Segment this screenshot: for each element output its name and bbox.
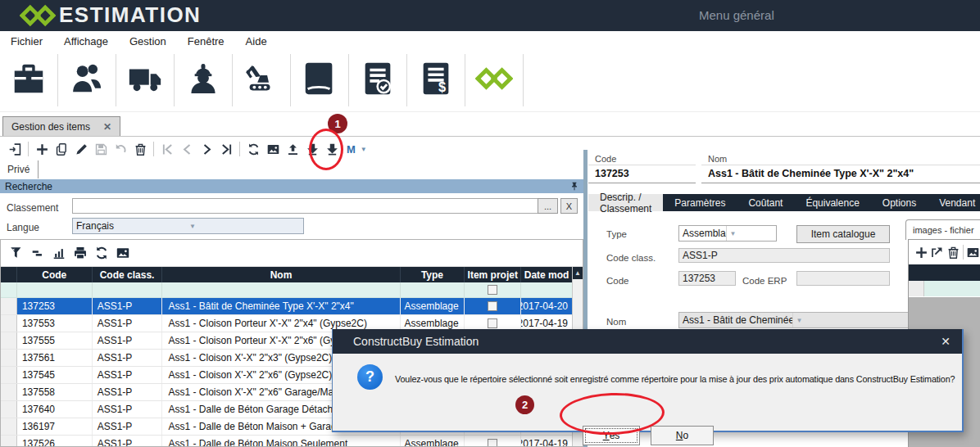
toolbar-separator xyxy=(239,142,240,156)
menu-item-affichage[interactable]: Affichage xyxy=(53,31,119,52)
column-header-nom[interactable]: Nom xyxy=(162,267,400,282)
refresh-icon[interactable] xyxy=(243,140,263,158)
window-title: Menu général xyxy=(699,8,774,22)
type-select[interactable]: Assemblage ▼ xyxy=(678,225,777,242)
constructbuy-logo-icon xyxy=(20,3,56,31)
item-projet-checkbox[interactable] xyxy=(488,439,497,446)
code-input[interactable]: 137253 xyxy=(678,271,736,286)
cell: ASS1-P xyxy=(93,350,163,366)
column-header-type[interactable]: Type xyxy=(401,267,465,282)
detail-tab-co-tant[interactable]: Coûtant xyxy=(737,194,794,211)
close-icon[interactable]: ✕ xyxy=(920,335,951,348)
item-projet-checkbox[interactable] xyxy=(488,285,497,295)
item-projet-checkbox[interactable] xyxy=(488,318,497,328)
langue-label: Langue xyxy=(7,222,39,233)
cell: 137558 xyxy=(17,384,93,400)
column-header-gutter[interactable] xyxy=(1,267,17,282)
tab-images-fichiers[interactable]: images - fichier xyxy=(905,219,980,240)
worker-button[interactable] xyxy=(175,54,233,106)
column-header-date-mod[interactable]: Date mod xyxy=(521,267,573,282)
excavator-button[interactable] xyxy=(233,54,291,106)
image-icon[interactable] xyxy=(263,140,283,158)
tab-gestion-des-items[interactable]: Gestion des items ✕ xyxy=(2,116,120,136)
menu-item-aide[interactable]: Aide xyxy=(235,31,278,52)
delete-icon[interactable] xyxy=(130,140,150,158)
chevron-down-icon: ▼ xyxy=(361,146,367,153)
constructbuy-logo-button[interactable] xyxy=(465,54,524,106)
close-icon[interactable]: ✕ xyxy=(103,121,111,133)
contacts-button[interactable] xyxy=(58,54,116,106)
image-icon[interactable] xyxy=(112,243,134,263)
item-projet-checkbox[interactable] xyxy=(488,301,497,311)
document-price-button[interactable]: $ xyxy=(407,54,465,106)
delete-icon[interactable] xyxy=(946,243,961,261)
filter-icon[interactable] xyxy=(6,243,27,263)
image-icon[interactable] xyxy=(965,243,980,261)
langue-select[interactable]: Français ▼ xyxy=(72,218,304,234)
row-gutter xyxy=(1,436,17,446)
document-check-button[interactable] xyxy=(349,54,407,106)
item-catalogue-button[interactable]: Item catalogue xyxy=(796,225,890,243)
m-menu-button[interactable]: M▼ xyxy=(347,143,367,156)
cell: 136197 xyxy=(17,418,93,435)
code-class-input[interactable]: ASS1-P xyxy=(678,248,890,263)
prive-tab[interactable]: Privé xyxy=(0,160,583,178)
row-gutter xyxy=(1,418,17,435)
grid-filter-row[interactable] xyxy=(1,282,573,298)
column-header-item-projet[interactable]: Item projet xyxy=(465,267,521,282)
last-record-icon[interactable] xyxy=(216,140,236,158)
app-window: ESTIMATION Menu général FichierAffichage… xyxy=(0,0,980,447)
clear-sort-icon[interactable] xyxy=(27,243,48,263)
detail-tab-options[interactable]: Options xyxy=(871,194,928,211)
truck-button[interactable] xyxy=(116,54,175,106)
menu-item-fichier[interactable]: Fichier xyxy=(0,31,53,52)
nom-select[interactable]: Ass1 - Bâtit de Cheminée Type X'-X" 2"x4… xyxy=(678,312,910,328)
export-icon[interactable] xyxy=(929,243,945,261)
catalog-book-button[interactable] xyxy=(291,54,349,106)
cell: 2017-04-20 xyxy=(521,298,573,314)
detail-tab-vendant[interactable]: Vendant xyxy=(928,194,980,211)
code-erp-input[interactable] xyxy=(796,271,890,286)
excavator-icon xyxy=(243,60,280,101)
cell: 137545 xyxy=(17,367,93,383)
menu-bar: FichierAffichageGestionFenêtreAide xyxy=(0,31,980,52)
upload-icon[interactable] xyxy=(283,140,302,158)
images-grid-row[interactable] xyxy=(909,281,980,296)
cell: ASS1-P xyxy=(93,298,163,314)
print-icon[interactable] xyxy=(70,243,91,263)
filter-cell xyxy=(1,282,17,297)
detail-tab--quivalence[interactable]: Équivalence xyxy=(794,194,870,211)
exit-icon[interactable] xyxy=(5,140,25,158)
copy-icon[interactable] xyxy=(52,140,71,158)
grid-header: CodeCode class.NomTypeItem projetDate mo… xyxy=(1,267,573,282)
filter-checkbox-cell[interactable] xyxy=(465,282,521,297)
cell: ASS1-P xyxy=(93,436,163,446)
code-class-label: Code class. xyxy=(606,253,656,263)
table-row[interactable]: 137253ASS1-PAss1 - Bâtit de Cheminée Typ… xyxy=(1,298,573,315)
column-header-code[interactable]: Code xyxy=(17,267,93,282)
detail-tab-descrip-classement[interactable]: Descrip. / Classement xyxy=(588,194,663,211)
classement-input[interactable] xyxy=(72,198,540,214)
menu-item-gestion[interactable]: Gestion xyxy=(119,31,177,52)
scroll-up-icon[interactable]: ▲ xyxy=(573,267,583,279)
add-icon[interactable] xyxy=(914,243,929,261)
worker-icon xyxy=(184,60,222,101)
detail-tab-param-tres[interactable]: Paramètres xyxy=(663,194,737,211)
no-button[interactable]: No xyxy=(651,426,714,445)
prive-label: Privé xyxy=(7,164,29,175)
next-record-icon[interactable] xyxy=(197,140,216,158)
cell: Assemblage xyxy=(401,436,465,446)
edit-icon[interactable] xyxy=(71,140,91,158)
cell: Assemblage xyxy=(401,298,465,314)
cell: ASS1-P xyxy=(93,367,163,383)
pin-icon[interactable] xyxy=(569,181,579,192)
refresh-icon[interactable] xyxy=(91,243,112,263)
classement-clear-button[interactable]: X xyxy=(560,198,578,214)
add-icon[interactable] xyxy=(32,140,52,158)
table-row[interactable]: 137526ASS1-PAss1 - Dalle de Béton Maison… xyxy=(1,436,573,446)
toolbox-button[interactable] xyxy=(0,54,58,106)
column-header-code-class-[interactable]: Code class. xyxy=(93,267,163,282)
chart-icon[interactable] xyxy=(48,243,70,263)
classement-browse-button[interactable]: ... xyxy=(538,198,558,214)
menu-item-fen-tre[interactable]: Fenêtre xyxy=(177,31,235,52)
